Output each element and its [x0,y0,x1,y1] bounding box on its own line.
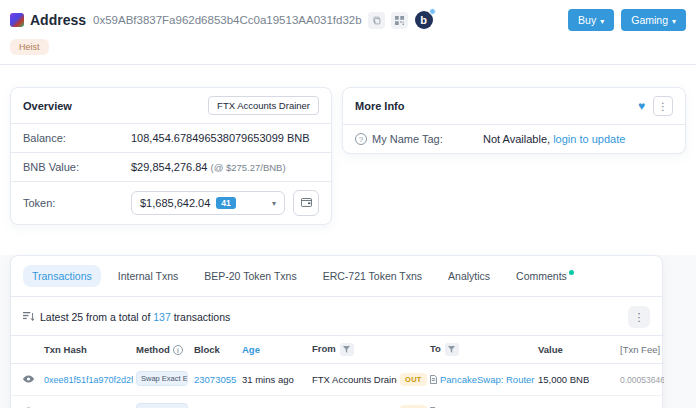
funnel-icon [343,346,350,353]
token-count-badge: 41 [216,197,235,209]
to-filter-button[interactable] [445,343,459,356]
heist-label-tag[interactable]: Heist [10,39,49,55]
comments-new-dot [569,270,574,275]
tab-bep20-token-txns[interactable]: BEP-20 Token Txns [195,265,305,287]
bnb-value-label: BNB Value: [23,161,131,173]
value-cell: 15,000 BNB [535,364,617,396]
overview-title: Overview [23,100,72,112]
page-title: Address [30,12,86,28]
copy-address-button[interactable] [368,12,385,29]
col-method: Methodi [133,336,191,364]
table-row: 0xee81f51f1a970f2d2f66... Swap Exact ETH… [11,364,664,396]
table-row: 0x28e6dfcb4d07b93e63... Swap Exact ETH F… [11,396,664,408]
method-badge: Swap Exact ETH F... [136,371,188,386]
from-cell: FTX Accounts Drainer [309,396,397,408]
col-txn-fee: [Txn Fee] [617,336,664,364]
tab-transactions[interactable]: Transactions [23,265,101,287]
qr-code-button[interactable] [391,12,408,29]
token-holdings-dropdown[interactable]: $1,685,642.04 41 ▾ [131,191,285,215]
funnel-icon [448,346,455,353]
name-tag-value: Not Available, [483,133,550,145]
copy-icon [372,16,381,25]
age-cell: 31 mins ago [239,364,309,396]
token-total-value: $1,685,642.04 [140,197,210,209]
table-options-button[interactable]: ⋮ [628,306,650,328]
bnb-value-row: BNB Value: $29,854,276.84 (@ $275.27/BNB… [11,153,331,182]
address-hash: 0x59ABf3837Fa962d6853b4Cc0a19513AA031fd3… [93,14,362,26]
transactions-summary: Latest 25 from a total of 137 transactio… [11,297,662,335]
transactions-section: Transactions Internal Txns BEP-20 Token … [0,255,696,408]
more-info-card: More Info ♥ ⋮ ? My Name Tag: Not Availab… [342,87,686,154]
age-cell: 36 mins ago [239,396,309,408]
contract-icon [430,375,437,384]
blockscan-chat-button[interactable]: b [415,11,433,29]
chevron-down-icon: ▾ [600,17,604,26]
from-cell: FTX Accounts Drainer [309,364,397,396]
token-row: Token: $1,685,642.04 41 ▾ [11,182,331,224]
txn-hash-link[interactable]: 0xee81f51f1a970f2d2f66... [44,375,133,385]
chat-notification-dot [429,8,436,15]
address-identicon [10,13,24,27]
qr-code-icon [395,16,404,25]
tab-bar: Transactions Internal Txns BEP-20 Token … [11,256,662,297]
col-age-toggle[interactable]: Age [239,336,309,364]
tab-erc721-token-txns[interactable]: ERC-721 Token Txns [314,265,431,287]
tab-comments[interactable]: Comments [507,265,583,287]
balance-value: 108,454.678496538079653099 BNB [131,132,310,144]
summary-suffix: transactions [174,311,231,323]
sort-descending-icon [23,312,34,322]
txn-fee: 0.00053646 [620,375,664,385]
balance-label: Balance: [23,132,131,144]
total-transactions-link[interactable]: 137 [153,311,171,323]
gaming-button[interactable]: Gaming▾ [621,9,686,31]
address-page: Address 0x59ABf3837Fa962d6853b4Cc0a19513… [0,0,696,408]
col-from: From [309,336,397,364]
buy-button[interactable]: Buy▾ [568,9,614,31]
token-label: Token: [23,197,131,209]
method-badge: Swap Exact ETH F... [136,403,188,408]
kebab-menu-icon: ⋮ [658,101,668,112]
kebab-menu-icon: ⋮ [634,311,645,324]
balance-row: Balance: 108,454.678496538079653099 BNB [11,124,331,153]
bnb-value: $29,854,276.84 [131,161,207,173]
chevron-down-icon: ▾ [672,17,676,26]
tag-row: Heist [0,31,696,64]
login-to-update-link[interactable]: login to update [553,133,625,145]
address-name-badge[interactable]: FTX Accounts Drainer [208,96,319,115]
transactions-table: Txn Hash Methodi Block Age From To Value… [11,335,664,408]
question-circle-icon: ? [355,133,367,145]
info-icon: i [173,345,183,355]
direction-badge: OUT [400,373,427,386]
more-options-button[interactable]: ⋮ [653,96,673,116]
tab-analytics[interactable]: Analytics [439,265,499,287]
transactions-card: Transactions Internal Txns BEP-20 Token … [10,255,663,408]
eye-icon [23,375,34,383]
col-direction [397,336,427,364]
wallet-icon [301,197,312,209]
summary-cards: Overview FTX Accounts Drainer Balance: 1… [0,65,696,225]
view-wallet-button[interactable] [293,190,319,216]
more-info-title: More Info [355,100,405,112]
eye-column-header [11,336,41,364]
value-cell: 3,500 BNB [535,396,617,408]
name-tag-row: ? My Name Tag: Not Available, login to u… [343,125,685,153]
chevron-down-icon: ▾ [272,199,276,208]
name-tag-label: My Name Tag: [372,133,443,145]
summary-prefix: Latest 25 from a total of [40,311,150,323]
col-block: Block [191,336,239,364]
col-txn-hash: Txn Hash [41,336,133,364]
tx-preview-button[interactable] [23,375,34,383]
from-filter-button[interactable] [340,343,354,356]
blockscan-chat-letter: b [420,14,427,26]
to-address-link[interactable]: PancakeSwap: Router v2 [440,374,535,385]
tab-internal-txns[interactable]: Internal Txns [109,265,188,287]
overview-card: Overview FTX Accounts Drainer Balance: 1… [10,87,332,225]
block-link[interactable]: 23073055 [194,374,236,385]
page-header: Address 0x59ABf3837Fa962d6853b4Cc0a19513… [0,0,696,31]
col-to: To [427,336,535,364]
col-value: Value [535,336,617,364]
favorite-heart-icon[interactable]: ♥ [638,99,645,113]
table-header-row: Txn Hash Methodi Block Age From To Value… [11,336,664,364]
bnb-rate: (@ $275.27/BNB) [210,162,285,173]
